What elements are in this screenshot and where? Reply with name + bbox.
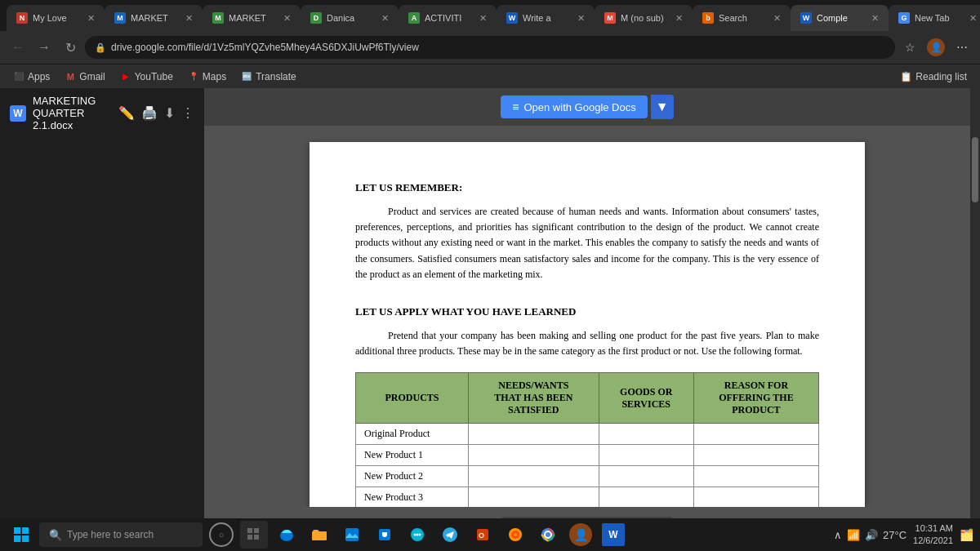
paragraph2: Pretend that your company has been makin… [355,328,819,359]
taskbar-chrome[interactable] [534,521,562,549]
tab-close[interactable]: ✕ [479,13,487,24]
tab-icon: A [408,12,420,24]
search-icon: 🔍 [49,529,62,541]
bookmark-translate[interactable]: 🔤 Translate [234,69,303,85]
table-header-products: PRODUCTS [356,373,469,424]
needs-new1 [468,445,599,466]
tab-search[interactable]: b Search ✕ [693,5,791,31]
bookmark-gmail[interactable]: M Gmail [58,69,111,85]
favorites-button[interactable]: ☆ [898,36,921,59]
tab-close[interactable]: ✕ [577,13,585,24]
section1-title: LET US REMEMBER: [355,181,819,194]
svg-text:O: O [479,531,484,540]
draw-icon[interactable]: ✏️ [118,105,135,121]
bookmark-maps[interactable]: 📍 Maps [181,69,233,85]
taskbar-store[interactable] [371,521,399,549]
svg-point-14 [416,534,419,536]
tab-close[interactable]: ✕ [381,13,389,24]
goods-new3 [599,487,693,509]
taskbar-explorer[interactable] [305,521,333,549]
maps-icon: 📍 [188,71,199,82]
bookmark-youtube-label: YouTube [135,71,173,82]
tab-close[interactable]: ✕ [969,13,977,24]
svg-rect-3 [22,535,29,542]
tab-close[interactable]: ✕ [871,13,879,24]
print-icon[interactable]: 🖨️ [141,105,158,121]
taskbar-clock[interactable]: 10:31 AM 12/6/2021 [913,522,953,548]
tab-danica[interactable]: D Danica ✕ [301,5,399,31]
tab-icon: D [310,12,322,24]
taskbar-telegram[interactable] [436,521,464,549]
bookmark-translate-label: Translate [256,71,296,82]
download-icon[interactable]: ⬇ [164,105,175,121]
settings-button[interactable]: ⋯ [951,36,973,59]
word-logo-text: W [13,108,22,119]
tab-gmail[interactable]: M M (no sub) ✕ [595,5,693,31]
taskbar-search-box[interactable]: 🔍 Type here to search [39,522,203,547]
tab-complete[interactable]: W Comple ✕ [791,5,889,31]
taskbar-firefox[interactable] [501,521,529,549]
grid-icon [247,527,261,542]
firefox-icon [507,527,523,543]
svg-rect-7 [254,535,259,540]
start-button[interactable] [7,520,36,549]
taskbar-word[interactable]: W [599,521,627,549]
profile-button[interactable]: 👤 [924,36,947,59]
cortana-button[interactable]: ○ [209,522,234,547]
more-options-icon[interactable]: ⋮ [181,105,194,121]
tab-write[interactable]: W Write a ✕ [497,5,595,31]
paragraph1: Product and services are created because… [355,204,819,282]
tab-close[interactable]: ✕ [185,13,193,24]
tab-icon: W [800,12,812,24]
open-with-google-docs-button[interactable]: ≡ Open with Google Docs [501,96,647,118]
address-bar[interactable]: 🔒 drive.google.com/file/d/1Vz5mlYQZvhe5M… [85,36,895,59]
tab-label: My Love [33,13,79,23]
bookmark-apps[interactable]: ⬛ Apps [7,69,56,85]
refresh-button[interactable]: ↻ [59,36,82,59]
taskbar-app-grid[interactable] [240,521,268,549]
table-header-needs: NEEDS/WANTSTHAT HAS BEENSATISFIED [468,373,599,424]
taskbar-photos[interactable] [338,521,366,549]
notification-icon[interactable]: 🗂️ [960,528,973,541]
tab-my-love[interactable]: N My Love ✕ [7,5,105,31]
tab-market1[interactable]: M MARKET ✕ [105,5,203,31]
tab-close[interactable]: ✕ [283,13,291,24]
secure-icon: 🔒 [95,42,106,53]
word-logo: W [10,105,26,122]
taskbar-user[interactable]: 👤 [567,521,595,549]
chevron-up-icon[interactable]: ∧ [834,529,842,541]
tab-label: Comple [817,13,863,23]
tab-icon: b [702,12,714,24]
photos-icon [344,527,360,543]
bookmark-youtube[interactable]: ▶ YouTube [114,69,180,85]
taskbar-messaging[interactable] [403,521,431,549]
right-scrollbar[interactable] [970,88,980,551]
svg-rect-6 [247,535,252,540]
page-scroll-area[interactable]: LET US REMEMBER: Product and services ar… [204,126,970,551]
scrollbar-thumb[interactable] [972,137,978,202]
wifi-icon[interactable]: 📶 [847,529,860,541]
taskbar-edge[interactable] [273,521,301,549]
tab-market2[interactable]: M MARKET ✕ [203,5,301,31]
tab-newtab[interactable]: G New Tab ✕ [889,5,980,31]
tab-label: ACTIVITI [425,13,471,23]
sidebar: W MARKETING QUARTER 2.1.docx ✏️ 🖨️ ⬇ ⋮ [0,88,204,551]
tab-close[interactable]: ✕ [675,13,683,24]
back-button[interactable]: ← [7,36,29,59]
forward-button[interactable]: → [33,36,56,59]
reading-list[interactable]: 📋 Reading list [893,69,973,85]
tab-icon: N [16,12,28,24]
volume-icon[interactable]: 🔊 [865,529,878,541]
messaging-icon [409,527,425,543]
open-with-dropdown-button[interactable]: ▼ [651,95,674,119]
svg-point-21 [514,533,517,536]
tab-activiti[interactable]: A ACTIVITI ✕ [399,5,497,31]
folder-icon [311,527,327,543]
reason-new2 [693,466,818,487]
store-icon [376,527,393,543]
bookmark-apps-label: Apps [28,71,50,82]
tab-close[interactable]: ✕ [773,13,781,24]
tab-close[interactable]: ✕ [87,13,95,24]
needs-new2 [468,466,599,487]
taskbar-office[interactable]: O [469,521,497,549]
